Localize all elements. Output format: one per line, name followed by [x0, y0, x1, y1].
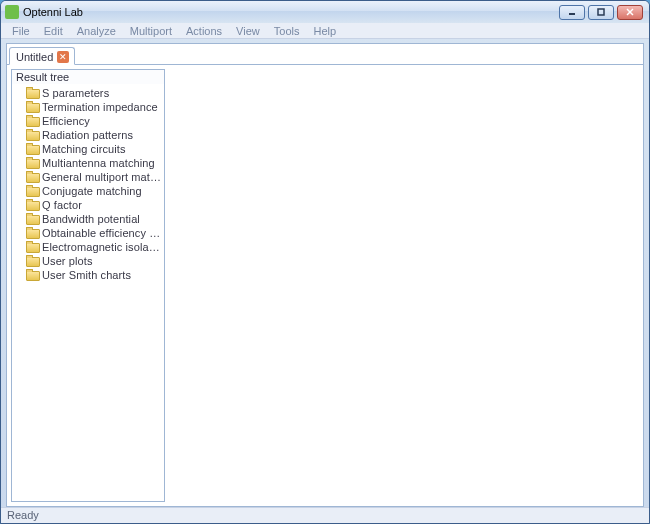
minimize-button[interactable] — [559, 5, 585, 20]
tab-label: Untitled — [16, 51, 53, 63]
window-title: Optenni Lab — [23, 6, 83, 18]
tree-item-multiantenna-matching[interactable]: Multiantenna matching — [12, 156, 164, 170]
client-area: Untitled ✕ Result tree S parameters Term… — [6, 43, 644, 507]
main-canvas — [169, 65, 643, 506]
menu-multiport[interactable]: Multiport — [123, 24, 179, 38]
folder-icon — [26, 270, 38, 280]
tree-item-radiation-patterns[interactable]: Radiation patterns — [12, 128, 164, 142]
tree-item-s-parameters[interactable]: S parameters — [12, 86, 164, 100]
titlebar[interactable]: Optenni Lab — [1, 1, 649, 23]
folder-icon — [26, 186, 38, 196]
menu-edit[interactable]: Edit — [37, 24, 70, 38]
tree-label: Q factor — [42, 199, 82, 211]
tree-header: Result tree — [12, 70, 164, 84]
close-button[interactable] — [617, 5, 643, 20]
tree-label: General multiport matching — [42, 171, 162, 183]
tree-label: Radiation patterns — [42, 129, 133, 141]
svg-rect-0 — [569, 13, 575, 15]
folder-icon — [26, 214, 38, 224]
tree-item-obtainable-efficiency[interactable]: Obtainable efficiency bandwi*** — [12, 226, 164, 240]
tree-item-q-factor[interactable]: Q factor — [12, 198, 164, 212]
tree-label: Matching circuits — [42, 143, 126, 155]
app-icon — [5, 5, 19, 19]
tree-label: Bandwidth potential — [42, 213, 140, 225]
tree-item-bandwidth-potential[interactable]: Bandwidth potential — [12, 212, 164, 226]
tree-label: Conjugate matching — [42, 185, 142, 197]
menu-file[interactable]: File — [5, 24, 37, 38]
folder-icon — [26, 102, 38, 112]
folder-icon — [26, 172, 38, 182]
menu-tools[interactable]: Tools — [267, 24, 307, 38]
tree-label: User plots — [42, 255, 93, 267]
tree-item-general-multiport-matching[interactable]: General multiport matching — [12, 170, 164, 184]
folder-icon — [26, 88, 38, 98]
tree-label: Electromagnetic isolation — [42, 241, 162, 253]
folder-icon — [26, 228, 38, 238]
tree-label: Multiantenna matching — [42, 157, 155, 169]
menu-view[interactable]: View — [229, 24, 267, 38]
folder-icon — [26, 130, 38, 140]
folder-icon — [26, 116, 38, 126]
content-row: Result tree S parameters Termination imp… — [7, 64, 643, 506]
menu-help[interactable]: Help — [306, 24, 343, 38]
tree-item-electromagnetic-isolation[interactable]: Electromagnetic isolation — [12, 240, 164, 254]
tree-list[interactable]: S parameters Termination impedance Effic… — [12, 84, 164, 501]
tree-label: S parameters — [42, 87, 109, 99]
close-icon — [626, 8, 634, 16]
tab-close-icon[interactable]: ✕ — [57, 51, 69, 63]
svg-rect-1 — [598, 9, 604, 15]
window-controls — [559, 5, 643, 20]
maximize-button[interactable] — [588, 5, 614, 20]
folder-icon — [26, 144, 38, 154]
statusbar: Ready — [1, 507, 649, 523]
tree-item-termination-impedance[interactable]: Termination impedance — [12, 100, 164, 114]
tree-label: Termination impedance — [42, 101, 158, 113]
app-window: Optenni Lab File Edit Analyze Multiport … — [0, 0, 650, 524]
status-text: Ready — [7, 509, 39, 521]
folder-icon — [26, 200, 38, 210]
tabstrip: Untitled ✕ — [7, 44, 643, 64]
tree-label: User Smith charts — [42, 269, 131, 281]
minimize-icon — [568, 8, 576, 16]
tree-label: Obtainable efficiency bandwi*** — [42, 227, 162, 239]
maximize-icon — [597, 8, 605, 16]
folder-icon — [26, 242, 38, 252]
tree-item-efficiency[interactable]: Efficiency — [12, 114, 164, 128]
tab-untitled[interactable]: Untitled ✕ — [9, 47, 75, 65]
folder-icon — [26, 158, 38, 168]
result-tree-panel: Result tree S parameters Termination imp… — [11, 69, 165, 502]
menubar: File Edit Analyze Multiport Actions View… — [1, 23, 649, 39]
folder-icon — [26, 256, 38, 266]
tree-item-conjugate-matching[interactable]: Conjugate matching — [12, 184, 164, 198]
menu-analyze[interactable]: Analyze — [70, 24, 123, 38]
tree-item-user-plots[interactable]: User plots — [12, 254, 164, 268]
tree-label: Efficiency — [42, 115, 90, 127]
menu-actions[interactable]: Actions — [179, 24, 229, 38]
tree-item-user-smith-charts[interactable]: User Smith charts — [12, 268, 164, 282]
tree-item-matching-circuits[interactable]: Matching circuits — [12, 142, 164, 156]
